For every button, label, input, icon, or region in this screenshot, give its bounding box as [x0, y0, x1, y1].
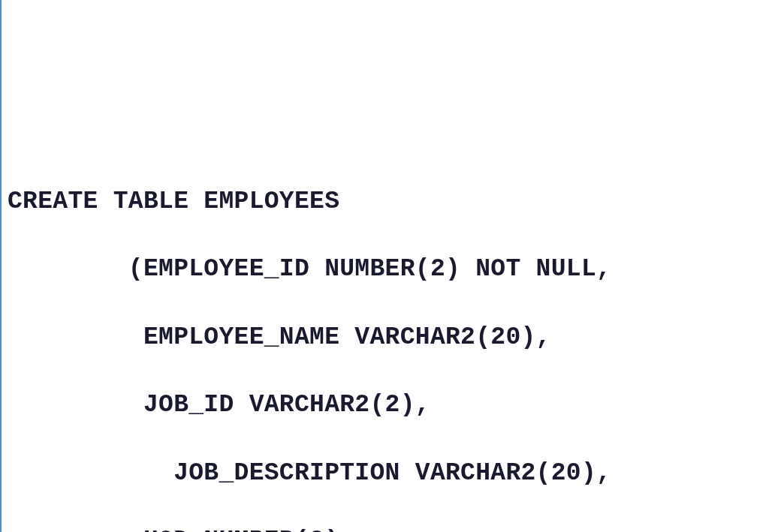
code-line: (EMPLOYEE_ID NUMBER(2) NOT NULL,: [8, 252, 769, 286]
code-line: CREATE TABLE EMPLOYEES: [8, 185, 769, 218]
code-line: JOB_DESCRIPTION VARCHAR2(20),: [8, 456, 769, 490]
code-line: HOD NUMBER(2),: [8, 524, 769, 532]
sql-code-block: CREATE TABLE EMPLOYEES (EMPLOYEE_ID NUMB…: [8, 151, 769, 532]
code-line: EMPLOYEE_NAME VARCHAR2(20),: [8, 320, 769, 354]
code-line: JOB_ID VARCHAR2(2),: [8, 388, 769, 422]
